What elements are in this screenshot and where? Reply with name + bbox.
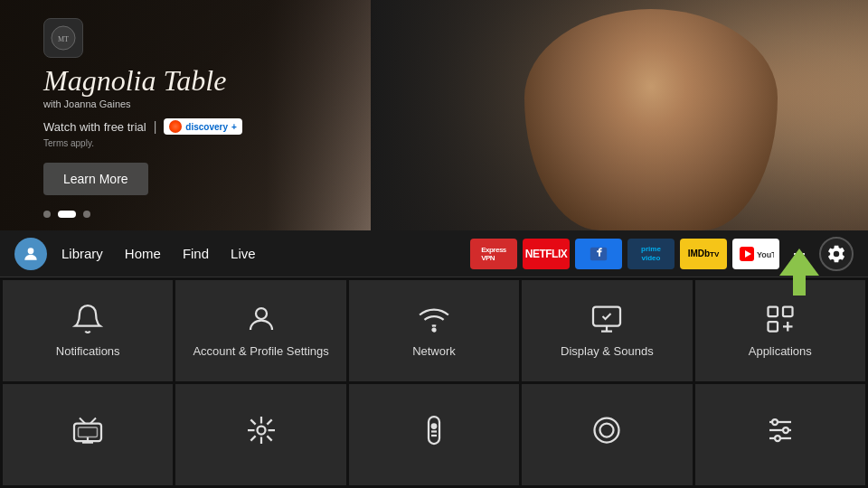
settings-grid: Notifications Account & Profile Settings… xyxy=(0,277,868,488)
watch-text: Watch with free trial xyxy=(43,120,146,134)
tile-notifications[interactable]: Notifications xyxy=(3,280,173,381)
svg-point-16 xyxy=(257,427,265,435)
learn-more-button[interactable]: Learn More xyxy=(43,163,148,195)
sliders-icon xyxy=(764,414,797,446)
hero-content: MT Magnolia Table with Joanna Gaines Wat… xyxy=(43,18,242,195)
show-subtitle: with Joanna Gaines xyxy=(43,99,242,109)
svg-point-9 xyxy=(432,328,435,331)
tile-network[interactable]: Network xyxy=(349,280,519,381)
alexa-icon xyxy=(590,414,623,446)
show-badge: MT xyxy=(43,18,83,58)
svg-rect-11 xyxy=(768,306,778,316)
tile-tv[interactable] xyxy=(3,384,173,485)
nav-home[interactable]: Home xyxy=(125,246,161,261)
discovery-badge: discovery + xyxy=(164,118,242,135)
remote-icon xyxy=(418,414,450,446)
avatar[interactable] xyxy=(14,238,47,270)
svg-point-22 xyxy=(600,424,614,437)
tv-icon xyxy=(71,414,104,446)
tile-alexa[interactable] xyxy=(522,384,692,485)
hero-image xyxy=(371,0,868,230)
hero-person xyxy=(524,9,778,230)
app-expressvpn[interactable]: ExpressVPN xyxy=(470,239,517,269)
tile-account-label: Account & Profile Settings xyxy=(193,344,328,360)
tile-applications-label: Applications xyxy=(749,344,812,360)
hero-section: MT Magnolia Table with Joanna Gaines Wat… xyxy=(0,0,868,230)
arrow-stem xyxy=(793,276,806,296)
tile-account-profile[interactable]: Account & Profile Settings xyxy=(175,280,345,381)
app-netflix[interactable]: NETFLIX xyxy=(523,239,570,269)
tile-controllers[interactable] xyxy=(175,384,345,485)
dot-3[interactable] xyxy=(83,211,90,218)
svg-point-18 xyxy=(432,424,437,428)
svg-text:MT: MT xyxy=(58,35,69,43)
svg-point-26 xyxy=(772,419,778,425)
nav-live[interactable]: Live xyxy=(231,246,256,261)
up-arrow-icon xyxy=(779,249,819,276)
antenna-icon xyxy=(245,414,278,446)
svg-rect-10 xyxy=(593,306,620,325)
nav-find[interactable]: Find xyxy=(183,246,209,261)
hero-pagination xyxy=(43,211,90,218)
tile-notifications-label: Notifications xyxy=(56,344,120,360)
nav-library[interactable]: Library xyxy=(61,246,103,261)
svg-rect-13 xyxy=(768,322,778,332)
wifi-icon xyxy=(418,303,450,335)
app-imdb[interactable]: IMDbTV xyxy=(680,239,727,269)
svg-point-8 xyxy=(256,308,267,319)
watch-line: Watch with free trial | discovery + xyxy=(43,118,242,135)
terms-text: Terms apply. xyxy=(43,138,242,148)
svg-rect-15 xyxy=(79,427,98,437)
show-title: Magnolia Table xyxy=(43,65,242,97)
tile-preferences[interactable] xyxy=(695,384,865,485)
svg-point-21 xyxy=(595,418,619,443)
app-youtube[interactable]: YouTube xyxy=(732,239,779,269)
tile-network-label: Network xyxy=(412,344,456,360)
dot-2[interactable] xyxy=(58,211,76,218)
discovery-text: discovery xyxy=(185,122,228,132)
svg-point-2 xyxy=(28,248,34,254)
show-logo-icon: MT xyxy=(51,25,76,51)
navbar: Library Home Find Live ExpressVPN NETFLI… xyxy=(0,230,868,277)
youtube-icon: YouTube xyxy=(738,243,774,265)
fbplus-icon xyxy=(589,244,609,264)
discovery-logo-icon xyxy=(169,120,182,133)
app-primevideo[interactable]: primevideo xyxy=(627,239,675,269)
nav-links: Library Home Find Live xyxy=(61,246,256,261)
arrow-indicator xyxy=(779,249,819,296)
person-icon xyxy=(245,303,278,335)
app-fbplus[interactable] xyxy=(575,239,622,269)
tile-display-label: Display & Sounds xyxy=(561,344,654,360)
discovery-plus: + xyxy=(231,122,237,132)
bell-icon xyxy=(71,303,104,335)
tile-display-sounds[interactable]: Display & Sounds xyxy=(522,280,692,381)
gear-icon xyxy=(826,244,846,264)
user-avatar-icon xyxy=(22,245,40,263)
svg-point-27 xyxy=(783,427,788,433)
svg-rect-12 xyxy=(783,306,793,316)
display-icon xyxy=(590,303,623,335)
svg-text:YouTube: YouTube xyxy=(757,250,774,259)
dot-1[interactable] xyxy=(43,211,51,218)
svg-point-28 xyxy=(775,436,780,441)
svg-rect-17 xyxy=(429,417,439,444)
apps-icon xyxy=(764,303,797,335)
settings-button[interactable] xyxy=(819,237,854,271)
tile-remote[interactable] xyxy=(349,384,519,485)
